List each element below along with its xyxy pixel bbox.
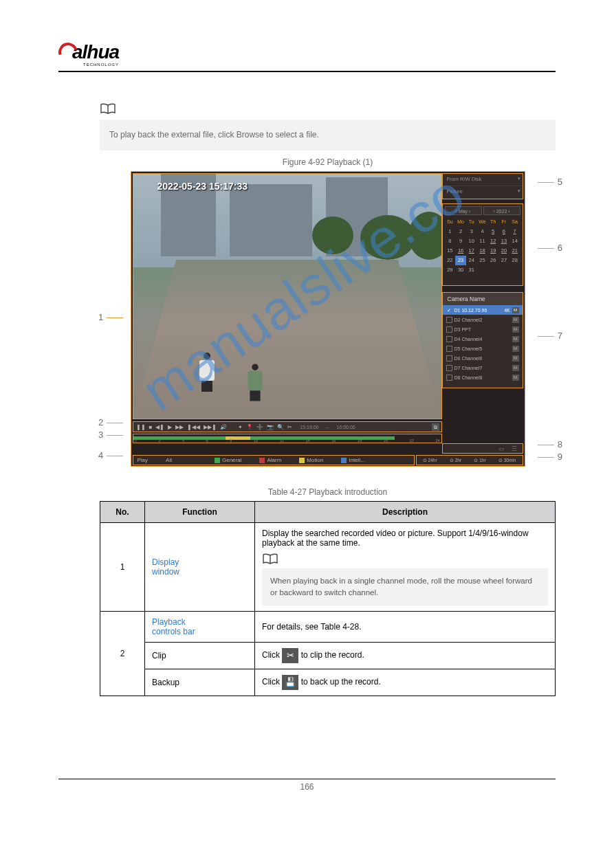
scene-tree: [312, 216, 353, 254]
filter-intel[interactable]: Intell...: [341, 457, 365, 463]
fullscreen-icon[interactable]: ⧉: [432, 423, 439, 431]
timebar[interactable]: 024681012141618202224: [133, 434, 442, 443]
fast-fwd-icon[interactable]: ▶▶: [175, 424, 184, 430]
calendar-day[interactable]: 3: [466, 227, 477, 236]
camera-name: D2 Channel2: [454, 318, 510, 322]
stream-m-icon[interactable]: M: [512, 355, 519, 361]
calendar-day[interactable]: 14: [509, 236, 520, 246]
filter-all[interactable]: All: [166, 457, 172, 463]
zoom-1hr[interactable]: ⊙1hr: [474, 458, 485, 463]
checkbox-icon[interactable]: [446, 375, 452, 381]
source-label: From R/W Disk: [447, 176, 482, 182]
calendar-day[interactable]: 28: [509, 256, 520, 265]
stream-m-icon[interactable]: M: [512, 365, 519, 371]
next-icon[interactable]: ▶▶❚: [204, 424, 217, 430]
filter-bar: Play All General Alarm Motion Intell...: [133, 455, 415, 465]
logo-text: alhua: [72, 41, 119, 63]
calendar-day[interactable]: 19: [487, 246, 498, 256]
camera-row[interactable]: D3 PPTM: [443, 324, 523, 334]
calendar-day[interactable]: 7: [509, 227, 520, 236]
camera-row[interactable]: D6 Channel6M: [443, 353, 523, 363]
calendar-day[interactable]: 10: [466, 236, 477, 246]
list-view-icon[interactable]: ☰: [512, 445, 517, 452]
volume-icon[interactable]: 🔊: [220, 424, 227, 430]
calendar-year[interactable]: ‹ 2022 ›: [483, 206, 520, 215]
calendar-day[interactable]: 11: [477, 236, 488, 246]
calendar-day[interactable]: 24: [466, 256, 477, 265]
calendar-day[interactable]: 23: [455, 256, 466, 265]
calendar-day[interactable]: 20: [498, 246, 509, 256]
callout-line: [538, 336, 554, 337]
callout-9: 9: [558, 452, 562, 462]
calendar-day[interactable]: 29: [445, 265, 456, 275]
checkbox-icon[interactable]: [446, 355, 452, 361]
calendar-day[interactable]: 4: [477, 227, 488, 236]
camera-row[interactable]: ✓D1 10.12.70.964KM: [443, 305, 523, 315]
header-rule: [58, 71, 556, 72]
play-icon[interactable]: ▶: [168, 424, 172, 430]
filter-alarm[interactable]: Alarm: [259, 457, 281, 463]
checkbox-icon[interactable]: ✓: [446, 307, 452, 313]
checkbox-icon[interactable]: [446, 336, 452, 342]
zoom-24hr[interactable]: ⊙24hr: [423, 458, 437, 463]
calendar-month[interactable]: ‹ May ›: [445, 206, 482, 215]
checkbox-icon[interactable]: [446, 365, 452, 371]
video-window[interactable]: 2022-05-23 15:17:33: [133, 173, 442, 419]
clip-pre: Click: [262, 650, 282, 660]
scene-building: [230, 184, 312, 256]
callout-line: [107, 423, 123, 423]
calendar-day[interactable]: 8: [445, 236, 456, 246]
calendar-day[interactable]: 5: [487, 227, 498, 236]
camera-row[interactable]: D5 Channel5M: [443, 344, 523, 353]
calendar-day[interactable]: 30: [455, 265, 466, 275]
play-mode-label[interactable]: Play: [138, 457, 149, 463]
calendar-day[interactable]: 26: [487, 256, 498, 265]
calendar-day[interactable]: 2: [455, 227, 466, 236]
prev-icon[interactable]: ❚◀◀: [187, 424, 200, 430]
camera-row[interactable]: D8 Channel8M: [443, 372, 523, 382]
calendar-day[interactable]: 31: [466, 265, 477, 275]
stream-m-icon[interactable]: M: [512, 317, 519, 323]
calendar-day[interactable]: 18: [477, 246, 488, 256]
stream-m-icon[interactable]: M: [512, 326, 519, 333]
zoom-2hr[interactable]: ⊙2hr: [450, 458, 461, 463]
tag-icon[interactable]: 📍: [246, 424, 253, 430]
camera-row[interactable]: D2 Channel2M: [443, 315, 523, 324]
calendar-day[interactable]: 27: [498, 256, 509, 265]
calendar-day[interactable]: 6: [498, 227, 509, 236]
calendar-day[interactable]: 17: [466, 246, 477, 256]
zoom-30min[interactable]: ⊙30min: [498, 458, 516, 463]
camera-row[interactable]: D7 Channel7M: [443, 363, 523, 372]
stop-icon[interactable]: ■: [149, 424, 153, 430]
calendar-day[interactable]: 13: [498, 236, 509, 246]
stream-m-icon[interactable]: M: [512, 336, 519, 342]
zoom-icon[interactable]: 🔍: [277, 424, 284, 430]
calendar-day[interactable]: 25: [477, 256, 488, 265]
card-view-icon[interactable]: ▭: [498, 445, 505, 452]
checkbox-icon[interactable]: [446, 317, 452, 323]
calendar-day[interactable]: 9: [455, 236, 466, 246]
clip-icon[interactable]: ✂: [287, 424, 292, 430]
source-dropdown[interactable]: From R/W Disk ▾: [443, 174, 523, 186]
calendar-day[interactable]: 15: [445, 246, 456, 256]
camera-row[interactable]: D4 Channel4M: [443, 334, 523, 344]
add-tag-icon[interactable]: ➕: [256, 424, 263, 430]
pause-icon[interactable]: ❚❚: [136, 424, 146, 430]
calendar-day[interactable]: 21: [509, 246, 520, 256]
calendar-day[interactable]: 1: [445, 227, 456, 236]
stream-m-icon[interactable]: M: [512, 346, 519, 352]
calendar-month-label: May: [459, 209, 468, 214]
snapshot-icon[interactable]: 📷: [267, 424, 274, 430]
step-back-icon[interactable]: ◀❚: [155, 424, 164, 430]
filter-motion[interactable]: Motion: [299, 457, 323, 463]
filter-general[interactable]: General: [215, 457, 241, 463]
calendar-day[interactable]: 12: [487, 236, 498, 246]
smart-search-icon[interactable]: ✦: [238, 424, 243, 430]
stream-m-icon[interactable]: M: [512, 307, 519, 313]
checkbox-icon[interactable]: [446, 326, 452, 333]
checkbox-icon[interactable]: [446, 346, 452, 352]
stream-m-icon[interactable]: M: [512, 375, 519, 381]
calendar-day[interactable]: 16: [455, 246, 466, 256]
calendar-day[interactable]: 22: [445, 256, 456, 265]
type-dropdown[interactable]: Picture ▾: [443, 186, 523, 199]
